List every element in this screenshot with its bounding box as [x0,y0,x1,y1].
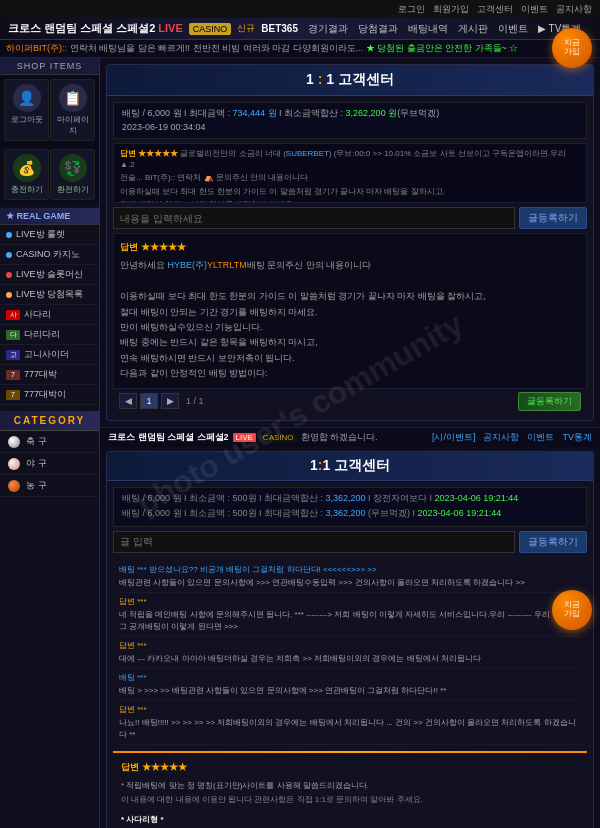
header-nav-board[interactable]: 게시판 [458,22,488,36]
answer-sub: 이 내용에 대한 내용에 이용안 됩니다 관련사항은 직접 1:1로 문의하여 … [121,793,579,807]
msg-line-3: 이용하실때 보다 최대 한도 한분의 가이드 이 말씀처럼 경기가 끝나자 마자… [120,289,580,303]
cc-input[interactable] [113,207,515,229]
float-join-button-2[interactable]: 지금가입 [552,590,592,630]
chat-text-5: 나뇨!! 배팅!!!!! >> >> >> >> 저희배팅이외의 경우에는 배팅… [119,717,581,741]
bb-notice-link[interactable]: 공지사항 [483,431,519,444]
deposit-label: 충전하기 [11,184,43,195]
mypage-label: 마이페이지 [53,114,92,136]
page-prev-btn[interactable]: ◀ [119,393,137,409]
sidebar-item-ladder[interactable]: 사 사다리 [0,305,99,325]
log-line-4: 절대 배팅이 안되는 기간 경기를 배팅하지 마세요. [120,199,580,203]
sidebar-item-roulette[interactable]: LIVE방 룰렛 [0,225,99,245]
ladder-flag: 사 [6,310,20,320]
cc-log-box: 답변 ★★★★★ 글로벌리전만의 소금리 너대 (SUBERBET) (무브:0… [113,143,587,203]
sidebar-item-winlist[interactable]: LIVE방 당첨목록 [0,285,99,305]
chat-row-2: 답변 *** 네 적립을 메인배팅 사항에 문의해주시면 됩니다. *** --… [119,593,581,637]
category-title: CATEGORY [0,411,99,431]
chat-row-3: 답변 *** 대에 --- 카카오내 아아아 배팅더하실 경우는 저희측 >> … [119,637,581,669]
ticker-bar: 하이퍼BIT(주):: 연락처 배팅님을 담은 빠르게!! 전반전 비빔 여러와… [0,40,600,58]
chat-row-4: 배팅 *** 배팅 > >>> >> 배팅관련 사항들이 있으면 문의사항에 >… [119,669,581,701]
real-game-section: ★ REAL GAME LIVE방 룰렛 CASINO 카지노 LIVE방 슬롯… [0,208,99,405]
ticker-text: 하이퍼BIT(주):: 연락처 배팅님을 담은 빠르게!! 전반전 비빔 여러와… [6,42,518,55]
bb-left: 크로스 랜덤팀 스페셜 스페셜2 LIVE CASINO 환영합 하겠습니다. [108,431,378,444]
header-nav-win[interactable]: 당첨결과 [358,22,398,36]
main-content: 1 : 1 고객센터 배팅 / 6,000 원 I 최대금액 : 734,444… [100,58,600,828]
mypage-button[interactable]: 📋 마이페이지 [50,79,95,141]
sidebar-item-daridari-label: 다리다리 [24,328,60,341]
msg-line-5: 만이 배팅하실수있으신 기능입니다. [120,320,580,334]
chat-header-1: 배팅 *** 받으셨나요?? 비공개 배팅이 그걸처럼 하다단다! <<<<<<… [119,564,581,576]
sidebar-item-777a[interactable]: 7 777대박 [0,365,99,385]
answer-intro: * 적립배팅에 맞는 정 명칭(표기만)사이트를 사용해 말씀드리겠습니다. [121,779,579,793]
soccer-ball-icon [8,436,20,448]
dot-icon [6,232,12,238]
second-cc-content: 배팅 / 6,000 원 I 최소금액 : 500원 I 최대금액합산 : 3,… [107,481,593,828]
sidebar-item-777b[interactable]: 7 777대박이 [0,385,99,405]
deposit-button[interactable]: 💰 충전하기 [4,149,49,200]
777a-flag: 7 [6,370,20,380]
sport-item-baseball[interactable]: 야 구 [0,453,99,475]
top-nav-login[interactable]: 로그인 [398,3,425,16]
divider [113,751,587,753]
bb-event-link2[interactable]: 이벤트 [527,431,554,444]
msg-header: 답변 ★★★★★ [120,240,580,254]
daridari-flag: 다 [6,330,20,340]
cc-submit-button[interactable]: 글등록하기 [519,207,587,229]
header-nav-event[interactable]: 이벤트 [498,22,528,36]
gosider-flag: 고 [6,350,20,360]
sport-basketball-label: 농 구 [26,479,47,492]
bb-tv-link[interactable]: TV통계 [562,431,592,444]
msg-line-8: 다음과 같이 안정적인 배팅 방법이다: [120,366,580,380]
bb-event-link[interactable]: [시/이벤트] [432,431,476,444]
answer-title: 답변 ★★★★★ [121,759,579,775]
float-join-button[interactable]: 지금가입 [552,28,592,68]
sidebar-item-gosider[interactable]: 고 고니사이더 [0,345,99,365]
chat-header-5: 답변 *** [119,704,581,716]
msg-line-2 [120,274,580,288]
sidebar-item-daridari[interactable]: 다 다리다리 [0,325,99,345]
cc-message-area: 답변 ★★★★★ 안녕하세요 HYBE(주)YLTRLTM배팅 문의주신 안의 … [113,233,587,389]
sport-soccer-label: 축 구 [26,435,47,448]
bb-welcome: 환영합 하겠습니다. [301,431,378,444]
sport-baseball-label: 야 구 [26,457,47,470]
chat-text-3: 대에 --- 카카오내 아아아 배팅더하실 경우는 저희측 >> 저희배팅이외의… [119,653,581,665]
second-cc-input[interactable] [113,531,515,553]
msg-line-1: 안녕하세요 HYBE(주)YLTRLTM배팅 문의주신 안의 내용이니다 [120,258,580,272]
sidebar-item-slot[interactable]: LIVE방 슬롯머신 [0,265,99,285]
page-info: 1 / 1 [186,396,204,406]
page-next-btn[interactable]: ▶ [161,393,179,409]
bottom-bar: 크로스 랜덤팀 스페셜 스페셜2 LIVE CASINO 환영합 하겠습니다. … [100,427,600,447]
sidebar-item-casino[interactable]: CASINO 카지노 [0,245,99,265]
header-nav-history[interactable]: 배팅내역 [408,22,448,36]
chat-text-2: 네 적립을 메인배팅 사항에 문의해주시면 됩니다. *** -------->… [119,609,581,633]
page-1-btn[interactable]: 1 [140,393,158,409]
chat-text-1: 배팅관련 사항들이 있으면 문의사항에 >>> 연관배팅수동입력 >>> 건의사… [119,577,581,589]
dot-icon [6,272,12,278]
logout-button[interactable]: 👤 로그아웃 [4,79,49,141]
info-row-2: 2023-06-19 00:34:04 [122,122,578,132]
top-nav-event[interactable]: 이벤트 [521,3,548,16]
top-nav-register[interactable]: 회원가입 [433,3,469,16]
user-icon: 👤 [13,84,41,112]
chat-row-5: 답변 *** 나뇨!! 배팅!!!!! >> >> >> >> 저희배팅이외의 … [119,701,581,745]
bb-live-badge: LIVE [233,433,256,442]
mypage-icon: 📋 [59,84,87,112]
sport-item-soccer[interactable]: 축 구 [0,431,99,453]
log-line-3: 이용하실때 보다 최대 한도 한분의 가이드 이 말씀처럼 경기가 끝나자 마자… [120,186,580,197]
top-nav-cs[interactable]: 고객센터 [477,3,513,16]
second-cc-submit[interactable]: 글등록하기 [519,531,587,553]
second-cc-header: 1:1 고객센터 [107,452,593,481]
sidebar-item-ladder-label: 사다리 [24,308,51,321]
bet365-label[interactable]: BET365 [261,23,298,34]
sidebar-item-777a-label: 777대박 [24,368,57,381]
info-row-1: 배팅 / 6,000 원 I 최대금액 : 734,444 원 I 최소금액합산… [122,107,578,120]
header-nav-result[interactable]: 경기결과 [308,22,348,36]
sidebar-item-winlist-label: LIVE방 당첨목록 [16,288,83,301]
msg-line-4: 절대 배팅이 안되는 기간 경기를 배팅하지 마세요. [120,305,580,319]
cc-pagination: ◀ 1 ▶ 1 / 1 글등록하기 [113,389,587,414]
top-nav-notice[interactable]: 공지사항 [556,3,592,16]
sport-item-basketball[interactable]: 농 구 [0,475,99,497]
withdraw-button[interactable]: 💱 환전하기 [50,149,95,200]
cc-register-btn[interactable]: 글등록하기 [518,392,581,411]
sidebar-item-777b-label: 777대박이 [24,388,66,401]
